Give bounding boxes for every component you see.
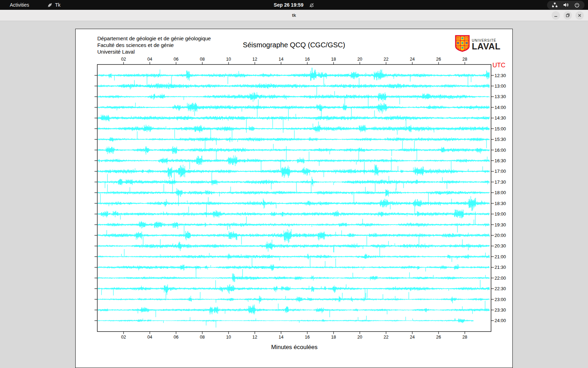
x-tick-label-bottom: 02 [121,335,126,340]
plot-frame [97,64,491,332]
time-label: 21:00 [495,254,506,259]
x-tick-label-bottom: 18 [331,335,336,340]
time-label: 22:30 [495,286,506,291]
power-icon [574,2,580,8]
x-tick-label-top: 16 [305,57,310,62]
x-tick-label-bottom: 28 [462,335,467,340]
seismogram-plot: 0202040406060808101012121414161618182020… [76,29,513,368]
x-tick-label-bottom: 10 [226,335,231,340]
bell-muted-icon [309,2,314,8]
seismograph-canvas: Département de géologie et de génie géol… [75,29,513,368]
volume-icon [563,2,569,7]
minimize-button[interactable] [552,11,560,20]
time-label: 24:00 [495,318,506,323]
tk-window-background: Département de géologie et de génie géol… [0,21,588,368]
time-label: 20:30 [495,243,506,248]
time-label: 22:00 [495,275,506,281]
time-label: 13:00 [495,83,506,89]
seismogram-trace [98,226,489,245]
x-tick-label-top: 08 [200,57,205,62]
seismogram-trace [98,268,489,282]
x-tick-label-top: 28 [462,57,467,62]
seismogram-trace [98,174,489,193]
x-tick-label-bottom: 06 [174,335,178,340]
x-tick-label-top: 06 [174,57,178,62]
x-tick-label-bottom: 20 [357,335,362,340]
seismogram-trace [98,301,489,317]
x-tick-label-top: 22 [384,57,388,62]
seismogram-trace [98,130,489,152]
system-tray[interactable] [547,1,584,9]
time-label: 17:30 [495,179,506,185]
seismogram-trace [98,68,489,86]
x-tick-label-bottom: 08 [200,335,205,340]
x-axis-title: Minutes écoulées [76,344,513,351]
x-tick-label-bottom: 26 [436,335,441,340]
time-label: 16:00 [495,148,506,153]
time-label: 15:30 [495,137,506,142]
time-label: 19:00 [495,211,506,217]
x-tick-label-bottom: 16 [305,335,310,340]
time-label: 23:30 [495,307,506,313]
seismogram-trace [98,206,489,219]
x-tick-label-bottom: 12 [252,335,257,340]
seismogram-trace [98,91,489,104]
seismogram-trace [98,280,489,300]
seismogram-trace [98,292,489,304]
seismogram-trace [98,138,489,162]
x-tick-label-top: 02 [121,57,126,62]
time-label: 18:00 [495,190,506,195]
tk-app-menu[interactable]: Tk [47,2,61,8]
maximize-button[interactable] [564,11,572,20]
time-label: 12:30 [495,73,506,78]
time-label: 16:30 [495,158,506,163]
time-label: 13:30 [495,94,506,99]
x-tick-label-top: 04 [147,57,152,62]
seismogram-trace [98,258,489,272]
time-label: 15:00 [495,126,506,131]
time-label: 14:00 [495,105,506,110]
seismogram-trace [98,76,489,96]
window-title: tk [292,13,296,18]
activities-button[interactable]: Activities [7,1,32,8]
x-tick-label-bottom: 22 [384,335,388,340]
x-tick-label-bottom: 24 [410,335,415,340]
clock[interactable]: Sep 26 19:59 [274,2,303,8]
time-label: 23:00 [495,297,506,302]
x-tick-label-bottom: 04 [147,335,152,340]
time-label: 21:30 [495,265,506,270]
x-tick-label-top: 18 [331,57,336,62]
seismogram-trace [98,117,489,142]
seismogram-trace [98,316,473,328]
seismogram-trace [98,249,489,267]
time-label: 19:30 [495,222,506,227]
x-tick-label-top: 20 [357,57,362,62]
x-tick-label-bottom: 14 [279,335,284,340]
x-tick-label-top: 10 [226,57,231,62]
time-label: 18:30 [495,201,506,206]
tk-icon [47,2,52,8]
time-label: 14:30 [495,115,506,121]
x-tick-label-top: 12 [252,57,257,62]
x-tick-label-top: 14 [279,57,284,62]
tk-app-label: Tk [55,2,61,8]
gnome-top-bar: Activities Tk Sep 26 19:59 [0,0,588,10]
time-label: 20:00 [495,233,506,238]
x-tick-label-top: 26 [436,57,441,62]
x-tick-label-top: 24 [410,57,415,62]
window-title-bar: tk [0,10,588,21]
seismogram-trace [98,235,489,257]
time-label: 17:00 [495,169,506,174]
network-icon [552,2,558,7]
close-button[interactable] [575,11,584,20]
